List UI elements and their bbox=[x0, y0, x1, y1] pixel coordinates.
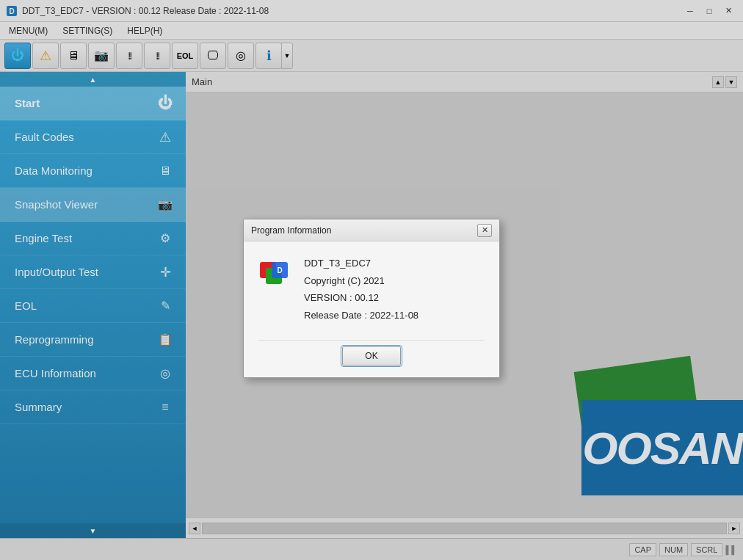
dialog-close-button[interactable]: ✕ bbox=[477, 224, 492, 237]
dialog-copyright: Copyright (C) 2021 bbox=[304, 274, 418, 288]
svg-text:D: D bbox=[277, 266, 282, 274]
ok-button[interactable]: OK bbox=[342, 346, 401, 366]
dialog-app-name: DDT_T3_EDC7 bbox=[304, 256, 418, 271]
program-info-dialog: Program Information ✕ D DDT_T3_EDC7 Copy… bbox=[243, 219, 500, 378]
dialog-version: VERSION : 00.12 bbox=[304, 291, 418, 305]
dialog-body: D DDT_T3_EDC7 Copyright (C) 2021 VERSION… bbox=[244, 241, 499, 377]
dialog-overlay: Program Information ✕ D DDT_T3_EDC7 Copy… bbox=[0, 0, 743, 560]
dialog-footer: OK bbox=[258, 340, 485, 366]
dialog-info-row: D DDT_T3_EDC7 Copyright (C) 2021 VERSION… bbox=[258, 256, 485, 322]
dialog-release: Release Date : 2022-11-08 bbox=[304, 308, 418, 323]
app-icon-svg: D bbox=[258, 256, 294, 291]
dialog-info-text: DDT_T3_EDC7 Copyright (C) 2021 VERSION :… bbox=[304, 256, 418, 322]
dialog-title-text: Program Information bbox=[251, 225, 331, 236]
dialog-app-icon: D bbox=[258, 256, 294, 291]
dialog-title-bar: Program Information ✕ bbox=[244, 219, 499, 241]
